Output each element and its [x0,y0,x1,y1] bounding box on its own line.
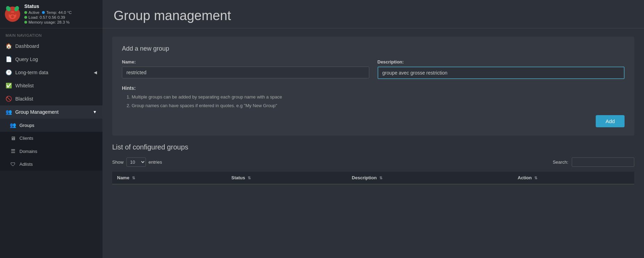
show-label: Show [112,160,124,165]
name-label: Name: [122,59,369,64]
status-active-label: Active [28,10,39,15]
group-icon: 👥 [10,122,16,128]
sort-status-icon: ⇅ [248,176,251,180]
hint-item-1: Multiple groups can be added by separati… [132,94,625,101]
form-row: Name: Description: [122,59,625,79]
monitor-icon: 🖥 [10,135,16,141]
col-name[interactable]: Name ⇅ [112,172,226,184]
col-description[interactable]: Description ⇅ [347,172,513,184]
sidebar-item-blacklist[interactable]: 🚫 Blacklist [0,92,102,105]
table-controls: Show 10 25 50 100 entries Search: [112,157,634,167]
status-header: Status Active Temp: 44.0 °C Load: 0.57 0… [0,0,102,28]
show-entries: Show 10 25 50 100 entries [112,157,162,167]
description-label: Description: [378,59,625,64]
home-icon: 🏠 [6,43,12,49]
status-memory: Memory usage: 28.3 % [28,20,69,24]
entries-label: entries [149,160,162,165]
chevron-down-icon: ▼ [93,110,97,114]
raspberry-pi-logo [4,6,21,23]
sidebar-item-adlists-label: Adlists [19,162,33,167]
sidebar: Status Active Temp: 44.0 °C Load: 0.57 0… [0,0,102,258]
list-icon: ☰ [10,148,16,154]
sidebar-item-query-log[interactable]: 📄 Query Log [0,53,102,66]
load-dot [24,16,27,19]
sort-description-icon: ⇅ [379,176,382,180]
sidebar-item-query-log-label: Query Log [15,57,38,62]
svg-point-6 [11,15,14,18]
groups-table: Name ⇅ Status ⇅ Description ⇅ Action [112,172,634,184]
sidebar-item-whitelist[interactable]: ✅ Whitelist [0,79,102,92]
status-info: Status Active Temp: 44.0 °C Load: 0.57 0… [24,3,72,25]
table-header-row: Name ⇅ Status ⇅ Description ⇅ Action [112,172,634,184]
hint-item-2: Group names can have spaces if entered i… [132,102,625,110]
ban-icon: 🚫 [6,96,12,102]
col-action[interactable]: Action ⇅ [513,172,634,184]
sidebar-item-clients-label: Clients [19,136,33,141]
add-button[interactable]: Add [596,115,625,127]
sidebar-item-domains[interactable]: ☰ Domains [0,145,102,158]
status-load: Load: 0.57 0.56 0.39 [28,15,65,19]
status-load-row: Load: 0.57 0.56 0.39 [24,15,72,19]
sidebar-item-long-term-data[interactable]: 🕐 Long-term data ◀ [0,66,102,79]
sidebar-item-dashboard[interactable]: 🏠 Dashboard [0,40,102,53]
hints-list: Multiple groups can be added by separati… [122,94,625,110]
search-row: Search: [553,157,634,167]
description-group: Description: [378,59,625,79]
sidebar-item-adlists[interactable]: 🛡 Adlists [0,158,102,171]
chevron-left-icon: ◀ [94,70,97,75]
col-status[interactable]: Status ⇅ [226,172,347,184]
sidebar-item-clients[interactable]: 🖥 Clients [0,132,102,145]
users-icon: 👥 [6,109,12,115]
svg-point-7 [11,12,14,15]
sidebar-item-long-term-data-label: Long-term data [15,70,48,75]
list-section-title: List of configured groups [112,143,634,151]
add-group-title: Add a new group [122,45,625,52]
svg-point-5 [13,12,16,15]
status-title: Status [24,3,72,9]
sort-name-icon: ⇅ [132,176,135,180]
name-group: Name: [122,59,369,79]
check-circle-icon: ✅ [6,83,12,89]
add-group-card: Add a new group Name: Description: Hints… [112,37,634,136]
sidebar-item-domains-label: Domains [19,149,37,154]
entries-select[interactable]: 10 25 50 100 [126,157,146,167]
content-area: Add a new group Name: Description: Hints… [102,28,644,193]
add-button-row: Add [122,115,625,127]
name-input[interactable] [122,67,369,78]
list-section: List of configured groups Show 10 25 50 … [112,143,634,184]
hints-title: Hints: [122,85,625,91]
svg-point-4 [9,12,12,15]
active-dot [24,11,27,14]
memory-dot [24,21,27,24]
page-header: Group management [102,0,644,28]
nav-section-label: MAIN NAVIGATION [0,28,102,40]
group-management-submenu: 👥 Groups 🖥 Clients ☰ Domains 🛡 Adlists [0,119,102,171]
sidebar-item-group-management-label: Group Management [15,109,59,115]
status-memory-row: Memory usage: 28.3 % [24,20,72,24]
sidebar-item-blacklist-label: Blacklist [15,96,33,102]
main-content: Group management Add a new group Name: D… [102,0,644,258]
description-input[interactable] [378,67,625,79]
sort-action-icon: ⇅ [534,176,537,180]
page-title: Group management [114,8,633,23]
hints-section: Hints: Multiple groups can be added by s… [122,85,625,110]
sidebar-item-group-management[interactable]: 👥 Group Management ▼ [0,105,102,119]
search-input[interactable] [572,157,634,167]
search-label: Search: [553,160,568,165]
status-temp: Temp: 44.0 °C [46,10,72,15]
temp-dot [42,11,45,14]
sidebar-item-whitelist-label: Whitelist [15,83,34,88]
sidebar-item-groups[interactable]: 👥 Groups [0,119,102,132]
sidebar-item-dashboard-label: Dashboard [15,43,39,49]
clock-icon: 🕐 [6,69,12,76]
shield-icon: 🛡 [10,161,16,167]
status-active-row: Active Temp: 44.0 °C [24,10,72,15]
document-icon: 📄 [6,56,12,62]
sidebar-item-groups-label: Groups [19,123,34,128]
